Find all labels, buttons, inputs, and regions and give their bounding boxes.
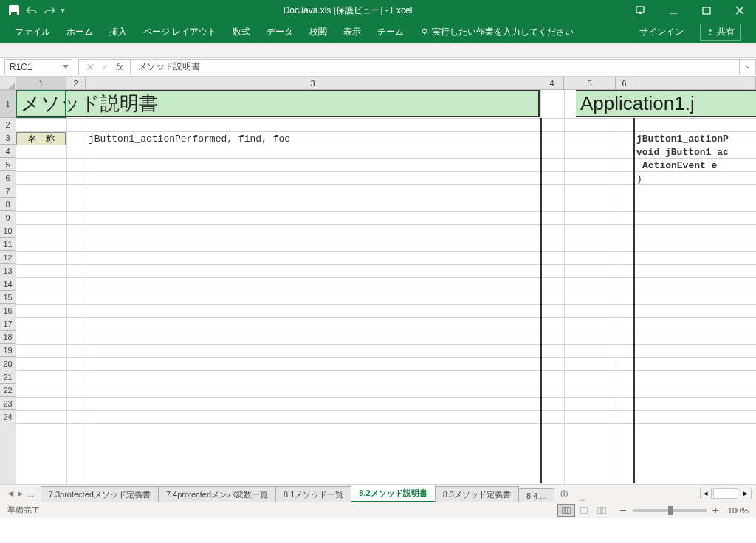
status-bar: 準備完了 − + 100% [0, 502, 756, 518]
col-header[interactable] [633, 77, 756, 89]
page-layout-view-icon[interactable] [575, 504, 593, 517]
tab-home[interactable]: ホーム [66, 26, 93, 38]
cancel-icon[interactable]: ✕ [85, 61, 94, 73]
svg-point-7 [709, 29, 712, 32]
row-header[interactable]: 9 [0, 211, 16, 224]
row-header[interactable]: 24 [0, 410, 16, 423]
scroll-track[interactable] [713, 488, 738, 499]
new-sheet-icon[interactable]: ⊕ [554, 485, 575, 502]
title-cell-right[interactable]: Application1.j [576, 90, 756, 117]
select-all-corner[interactable] [0, 77, 16, 89]
sheet-prev-icon[interactable]: ▸ [18, 488, 24, 499]
row-header[interactable]: 22 [0, 384, 16, 397]
row-header[interactable]: 2 [0, 118, 16, 131]
row-header[interactable]: 11 [0, 238, 16, 251]
zoom-thumb[interactable] [668, 506, 673, 515]
tab-view[interactable]: 表示 [343, 26, 361, 38]
col-header[interactable]: 3 [86, 77, 540, 89]
cell-r6c6[interactable]: ) [636, 173, 642, 184]
cell-r4c6[interactable]: void jButton1_ac [636, 147, 729, 158]
sheet-tab-bar: ◄ ▸ ... 7.3protectedメソッド定義書 7.4protected… [0, 484, 756, 502]
row-header[interactable]: 20 [0, 357, 16, 370]
row-header[interactable]: 12 [0, 251, 16, 264]
row-header[interactable]: 21 [0, 370, 16, 384]
row-header[interactable]: 1 [0, 90, 16, 118]
svg-rect-2 [703, 7, 710, 14]
formula-input[interactable]: メソッド説明書 [130, 59, 740, 75]
zoom-in-icon[interactable]: + [712, 504, 719, 517]
row-header[interactable]: 14 [0, 277, 16, 291]
zoom-level[interactable]: 100% [728, 506, 749, 515]
sheet-tab[interactable]: 7.3protectedメソッド定義書 [41, 486, 159, 502]
close-icon[interactable] [723, 0, 756, 21]
page-break-view-icon[interactable] [593, 504, 611, 517]
row-header[interactable]: 3 [0, 131, 16, 145]
status-ready: 準備完了 [7, 505, 40, 516]
row-header[interactable]: 4 [0, 145, 16, 158]
row-header[interactable]: 23 [0, 397, 16, 410]
cell-r3c6[interactable]: jButton1_actionP [636, 134, 729, 145]
maximize-icon[interactable] [690, 0, 723, 21]
ribbon-options-icon[interactable] [623, 0, 656, 21]
undo-icon[interactable] [25, 4, 38, 17]
normal-view-icon[interactable] [557, 504, 575, 517]
enter-icon[interactable]: ✓ [101, 62, 109, 72]
expand-formula-bar-icon[interactable] [740, 59, 756, 75]
cell-r3c1-label[interactable]: 名 称 [16, 132, 66, 145]
sheet-first-icon[interactable]: ◄ [6, 488, 16, 499]
col-header[interactable]: 5 [564, 77, 616, 89]
qat-customize-icon[interactable]: ▾ [61, 5, 65, 15]
name-box[interactable]: R1C1 [4, 59, 72, 75]
zoom-track[interactable] [633, 509, 707, 512]
row-header[interactable]: 13 [0, 264, 16, 277]
quick-access-toolbar: ▾ [0, 4, 72, 17]
sheet-tab[interactable]: 7.4protectedメンバ変数一覧 [158, 486, 276, 502]
col-header[interactable]: 4 [540, 77, 564, 89]
tell-me-search[interactable]: 実行したい作業を入力してください [420, 26, 574, 38]
row-header[interactable]: 17 [0, 317, 16, 331]
fx-icon[interactable]: fx [116, 62, 123, 72]
col-header[interactable]: 2 [66, 77, 86, 89]
sheet-tab-active[interactable]: 8.2メソッド説明書 [351, 485, 435, 502]
column-headers: 1 2 3 4 5 6 [0, 77, 756, 90]
signin-link[interactable]: サインイン [639, 26, 684, 38]
tab-file[interactable]: ファイル [15, 26, 50, 38]
cell-r3c3[interactable]: jButton1_actionPerformed, find, foo [89, 134, 290, 145]
cells-area[interactable]: メソッド説明書 Application1.j 名 称 jButton1_acti… [16, 90, 756, 484]
col-header[interactable]: 1 [16, 77, 66, 89]
row-header[interactable]: 7 [0, 184, 16, 198]
cell-r5c6[interactable]: ActionEvent e [642, 160, 717, 171]
window-title: DocJava.xls [保護ビュー] - Excel [72, 4, 623, 17]
row-header[interactable]: 19 [0, 344, 16, 357]
row-header[interactable]: 18 [0, 331, 16, 344]
col-header[interactable]: 6 [616, 77, 633, 89]
sheet-tab[interactable]: 8.1メソッド一覧 [275, 486, 351, 502]
save-icon[interactable] [7, 4, 21, 17]
scroll-left-icon[interactable]: ◂ [700, 488, 712, 499]
sheet-more-right[interactable]: ... [575, 494, 588, 502]
svg-rect-13 [602, 507, 606, 514]
svg-rect-12 [597, 507, 601, 514]
sheet-tab[interactable]: 8.4 ... [518, 488, 555, 502]
row-header[interactable]: 10 [0, 224, 16, 238]
tab-formulas[interactable]: 数式 [233, 26, 250, 38]
row-header[interactable]: 6 [0, 171, 16, 184]
tab-pagelayout[interactable]: ページ レイアウト [143, 26, 216, 38]
zoom-out-icon[interactable]: − [619, 504, 626, 517]
row-header[interactable]: 16 [0, 304, 16, 317]
row-header[interactable]: 8 [0, 198, 16, 211]
redo-icon[interactable] [43, 4, 56, 17]
tab-insert[interactable]: 挿入 [109, 26, 127, 38]
row-header[interactable]: 15 [0, 291, 16, 304]
tab-review[interactable]: 校閲 [309, 26, 327, 38]
scroll-right-icon[interactable]: ▸ [740, 488, 752, 499]
title-cell-left[interactable]: メソッド説明書 [16, 90, 540, 117]
section-border [633, 118, 635, 483]
tab-team[interactable]: チーム [377, 26, 404, 38]
row-header[interactable]: 5 [0, 158, 16, 171]
tab-data[interactable]: データ [267, 26, 293, 38]
share-button[interactable]: 共有 [700, 24, 741, 41]
sheet-tab[interactable]: 8.3メソッド定義書 [435, 486, 519, 502]
minimize-icon[interactable] [656, 0, 690, 21]
sheet-more-left[interactable]: ... [27, 488, 35, 499]
